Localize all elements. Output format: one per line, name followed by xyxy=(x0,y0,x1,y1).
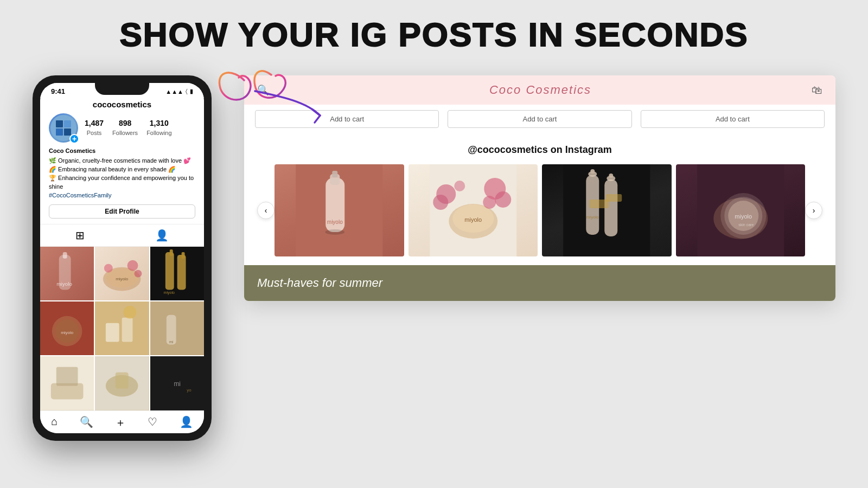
ig-view-tabs: ⊞ 👤 xyxy=(40,224,204,247)
nav-search-icon[interactable]: 🔍 xyxy=(80,415,93,430)
avatar-tile-4 xyxy=(64,129,71,136)
svg-rect-39 xyxy=(332,171,337,177)
bio-hashtag: #CocoCosmeticsFamily xyxy=(49,191,195,200)
svg-text:miyolo: miyolo xyxy=(56,280,72,286)
ig-stats-row: 1,487 Posts 898 Followers 1,310 Followin… xyxy=(85,119,172,137)
phone-mockup: 9:41 ▲▲▲ 〈 ▮ cococosmetics xyxy=(33,75,212,441)
carousel-image-1[interactable]: miyolo xyxy=(275,164,404,256)
shop-search-icon[interactable]: 🔍 xyxy=(257,84,269,96)
ig-stat-followers: 898 Followers xyxy=(112,119,138,137)
photo-cell-9[interactable]: miyo xyxy=(150,356,204,410)
followers-label: Followers xyxy=(112,130,138,136)
svg-text:skin care: skin care xyxy=(738,223,754,227)
main-layout: 9:41 ▲▲▲ 〈 ▮ cococosmetics xyxy=(0,65,868,441)
shop-cart-icon[interactable]: 🛍 xyxy=(812,84,822,97)
carousel-next-button[interactable]: › xyxy=(805,202,822,219)
carousel-image-3[interactable]: miyolo xyxy=(542,164,672,256)
browser-window: 🔍 Coco Cosmetics 🛍 Add to cart Add to ca… xyxy=(244,75,835,301)
svg-text:miyolo: miyolo xyxy=(735,213,752,220)
nav-profile-icon[interactable]: 👤 xyxy=(180,415,193,430)
photo-cell-8[interactable] xyxy=(95,356,149,410)
svg-rect-29 xyxy=(56,367,78,386)
phone-screen: 9:41 ▲▲▲ 〈 ▮ cococosmetics xyxy=(40,83,204,433)
photo-cell-5[interactable] xyxy=(95,301,149,355)
phone-frame: 9:41 ▲▲▲ 〈 ▮ cococosmetics xyxy=(33,75,212,441)
svg-point-49 xyxy=(495,191,511,208)
svg-rect-13 xyxy=(177,255,186,290)
svg-text:miyolo: miyolo xyxy=(586,215,599,220)
edit-profile-button[interactable]: Edit Profile xyxy=(49,204,195,219)
nav-home-icon[interactable]: ⌂ xyxy=(51,415,58,430)
svg-text:miyolo: miyolo xyxy=(116,276,129,281)
svg-rect-12 xyxy=(169,249,173,256)
avatar-tile-2 xyxy=(64,120,71,127)
svg-point-50 xyxy=(483,196,496,209)
battery-icon: ▮ xyxy=(190,88,193,95)
svg-text:miyolo: miyolo xyxy=(327,219,343,225)
ig-section-title: @cococosmetics on Instagram xyxy=(257,144,822,156)
carousel-image-4[interactable]: miyolo skin care xyxy=(676,164,806,256)
photo-cell-3[interactable]: miyolo xyxy=(150,247,204,300)
followers-count: 898 xyxy=(112,119,138,127)
must-haves-section: Must-haves for summer xyxy=(244,265,835,301)
photo-cell-2[interactable]: miyolo xyxy=(95,247,149,300)
svg-rect-61 xyxy=(605,194,622,202)
photo-cell-4[interactable]: miyolo xyxy=(40,301,94,355)
ig-bio: Coco Cosmetics 🌿 Organic, cruelty-free c… xyxy=(40,147,204,204)
add-to-cart-button-1[interactable]: Add to cart xyxy=(255,110,439,128)
bio-line1: 🌿 Organic, cruelty-free cosmetics made w… xyxy=(49,157,195,165)
svg-text:yo: yo xyxy=(187,388,192,393)
svg-rect-32 xyxy=(116,373,129,389)
add-to-cart-button-2[interactable]: Add to cart xyxy=(448,110,631,128)
bio-line3: 🏆 Enhancing your confidence and empoweri… xyxy=(49,174,195,191)
wifi-icon: 〈 xyxy=(186,88,188,95)
svg-point-23 xyxy=(124,306,137,319)
page-headline: SHOW YOUR IG POSTS IN SECONDS xyxy=(0,0,868,65)
avatar-tile-1 xyxy=(56,120,63,127)
svg-point-7 xyxy=(104,264,113,272)
following-count: 1,310 xyxy=(146,119,171,127)
photo-grid: miyolo miyolo miyolo miyolo m xyxy=(40,247,204,410)
phone-notch xyxy=(95,83,149,95)
shop-header: 🔍 Coco Cosmetics 🛍 xyxy=(244,75,835,105)
bio-name: Coco Cosmetics xyxy=(49,147,195,156)
photo-cell-7[interactable] xyxy=(40,356,94,410)
ig-browser-section: @cococosmetics on Instagram ‹ miyo xyxy=(244,133,835,265)
photo-cell-1[interactable]: miyolo xyxy=(40,247,94,300)
svg-text:miyolo: miyolo xyxy=(464,216,482,223)
carousel-prev-button[interactable]: ‹ xyxy=(257,202,275,219)
svg-point-41 xyxy=(325,229,344,235)
svg-rect-11 xyxy=(165,252,174,290)
avatar-grid xyxy=(56,120,71,136)
svg-point-59 xyxy=(609,174,613,178)
svg-rect-2 xyxy=(63,252,67,259)
ig-avatar: + xyxy=(49,113,78,143)
carousel-image-2[interactable]: miyolo xyxy=(409,164,538,256)
shop-title: Coco Cosmetics xyxy=(489,83,591,97)
photo-cell-6[interactable]: mi xyxy=(150,301,204,355)
ig-username: cococosmetics xyxy=(40,98,204,113)
svg-text:miyolo: miyolo xyxy=(163,291,174,295)
svg-rect-24 xyxy=(150,301,204,355)
phone-bottom-nav: ⌂ 🔍 ＋ ♡ 👤 xyxy=(40,410,204,433)
svg-text:miyolo: miyolo xyxy=(61,330,74,335)
nav-heart-icon[interactable]: ♡ xyxy=(148,415,157,430)
avatar-plus-button[interactable]: + xyxy=(69,134,79,144)
svg-text:mi: mi xyxy=(174,380,181,388)
add-to-cart-button-3[interactable]: Add to cart xyxy=(641,110,825,128)
grid-view-tab[interactable]: ⊞ xyxy=(75,229,85,242)
status-icons: ▲▲▲ 〈 ▮ xyxy=(165,88,193,95)
person-view-tab[interactable]: 👤 xyxy=(155,229,169,242)
carousel-images: miyolo miyolo xyxy=(275,164,805,256)
svg-point-9 xyxy=(135,269,142,277)
must-haves-title: Must-haves for summer xyxy=(257,276,822,290)
nav-plus-icon[interactable]: ＋ xyxy=(115,415,126,430)
svg-point-51 xyxy=(454,181,465,191)
avatar-tile-3 xyxy=(56,129,63,136)
svg-text:mi: mi xyxy=(169,340,174,344)
posts-count: 1,487 xyxy=(85,119,104,127)
bio-line2: 🌈 Embracing natural beauty in every shad… xyxy=(49,165,195,174)
posts-label: Posts xyxy=(87,130,102,136)
svg-point-55 xyxy=(590,169,595,174)
ig-profile-row: + 1,487 Posts 898 Followers 1,3 xyxy=(40,113,204,147)
